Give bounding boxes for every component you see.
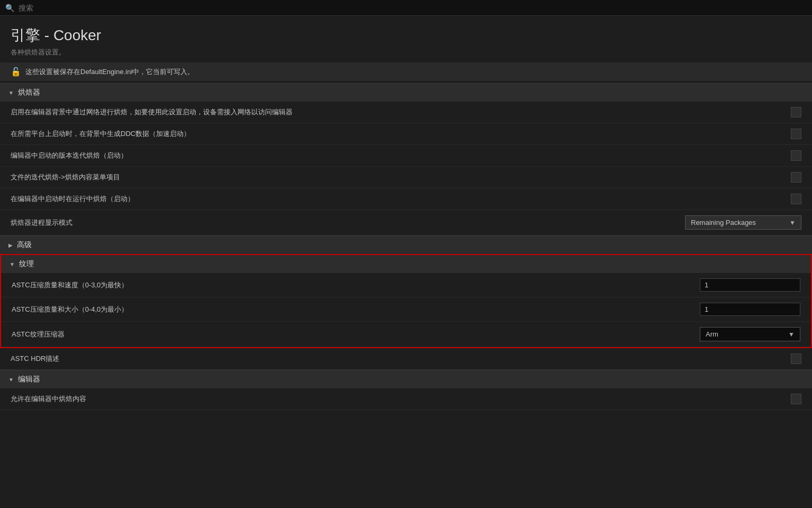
- checkbox-network-cook[interactable]: [791, 107, 801, 117]
- section-advanced: ▶ 高级: [0, 235, 812, 254]
- section-label-cooker: 烘焙器: [18, 88, 40, 97]
- input-astc-quality-speed[interactable]: [700, 278, 800, 292]
- section-header-cooker[interactable]: ▼ 烘焙器: [0, 83, 812, 102]
- page-subtitle: 各种烘焙器设置。: [0, 48, 812, 62]
- dropdown-astc-compressor-value: Arm: [706, 330, 718, 338]
- setting-ddc-background: 在所需平台上启动时，在背景中生成DDC数据（加速启动）: [0, 123, 812, 145]
- checkbox-iterative-menu[interactable]: [791, 172, 801, 183]
- search-input[interactable]: [19, 4, 807, 12]
- dropdown-display-mode-arrow: ▼: [789, 219, 796, 226]
- label-ddc-background: 在所需平台上启动时，在背景中生成DDC数据（加速启动）: [11, 129, 791, 139]
- setting-allow-cook-in-editor: 允许在编辑器中烘焙内容: [0, 388, 812, 410]
- setting-astc-quality-speed: ASTC压缩质量和速度（0-3,0为最快）: [1, 273, 811, 297]
- dropdown-display-mode[interactable]: Remaining Packages ▼: [685, 215, 801, 230]
- label-display-mode: 烘焙器进程显示模式: [11, 218, 685, 228]
- section-label-advanced: 高级: [17, 240, 32, 250]
- setting-display-mode: 烘焙器进程显示模式 Remaining Packages ▼: [0, 210, 812, 235]
- setting-astc-compressor: ASTC纹理压缩器 Arm ▼: [1, 322, 811, 347]
- search-icon: 🔍: [5, 4, 14, 12]
- page-title: 引擎 - Cooker: [0, 16, 812, 48]
- checkbox-astc-hdr[interactable]: [791, 353, 801, 364]
- label-cook-on-fly: 在编辑器中启动时在运行中烘焙（启动）: [11, 194, 791, 204]
- section-header-editor[interactable]: ▼ 编辑器: [0, 370, 812, 388]
- setting-astc-hdr: ASTC HDR描述: [0, 348, 812, 370]
- section-header-texture[interactable]: ▼ 纹理: [1, 255, 811, 273]
- checkbox-cook-on-fly[interactable]: [791, 194, 801, 204]
- label-astc-hdr: ASTC HDR描述: [11, 354, 791, 364]
- checkbox-iterative-startup[interactable]: [791, 150, 801, 161]
- label-iterative-startup: 编辑器中启动的版本迭代烘焙（启动）: [11, 151, 791, 160]
- collapse-arrow-cooker: ▼: [8, 90, 14, 96]
- section-label-texture: 纹理: [19, 259, 34, 269]
- collapse-arrow-texture: ▼: [10, 261, 15, 267]
- section-label-editor: 编辑器: [18, 375, 40, 384]
- section-cooker: ▼ 烘焙器 启用在编辑器背景中通过网络进行烘焙，如要使用此设置启动，设备需接入网…: [0, 83, 812, 235]
- setting-network-cook: 启用在编辑器背景中通过网络进行烘焙，如要使用此设置启动，设备需接入网络以访问编辑…: [0, 102, 812, 123]
- setting-iterative-menu: 文件的迭代烘焙->烘焙内容菜单项目: [0, 167, 812, 188]
- collapse-arrow-editor: ▼: [8, 377, 14, 383]
- label-astc-compressor: ASTC纹理压缩器: [12, 330, 700, 339]
- dropdown-astc-compressor-arrow: ▼: [788, 331, 795, 338]
- checkbox-ddc-background[interactable]: [791, 129, 801, 139]
- setting-astc-quality-size: ASTC压缩质量和大小（0-4,0为最小）: [1, 297, 811, 322]
- label-astc-quality-size: ASTC压缩质量和大小（0-4,0为最小）: [12, 305, 700, 314]
- lock-icon: 🔓: [11, 67, 21, 77]
- setting-cook-on-fly: 在编辑器中启动时在运行中烘焙（启动）: [0, 188, 812, 210]
- section-texture: ▼ 纹理 ASTC压缩质量和速度（0-3,0为最快） ASTC压缩质量和大小（0…: [0, 254, 812, 348]
- input-astc-quality-size[interactable]: [700, 303, 800, 316]
- section-editor: ▼ 编辑器 允许在编辑器中烘焙内容: [0, 370, 812, 410]
- label-allow-cook-in-editor: 允许在编辑器中烘焙内容: [11, 394, 791, 404]
- search-bar: 🔍: [0, 0, 812, 16]
- setting-iterative-startup: 编辑器中启动的版本迭代烘焙（启动）: [0, 145, 812, 167]
- info-text: 这些设置被保存在DefaultEngine.ini中，它当前可写入。: [25, 67, 194, 77]
- info-bar: 🔓 这些设置被保存在DefaultEngine.ini中，它当前可写入。: [0, 62, 812, 81]
- collapse-arrow-advanced: ▶: [8, 242, 13, 248]
- label-network-cook: 启用在编辑器背景中通过网络进行烘焙，如要使用此设置启动，设备需接入网络以访问编辑…: [11, 107, 791, 117]
- checkbox-allow-cook-in-editor[interactable]: [791, 394, 801, 404]
- section-header-advanced[interactable]: ▶ 高级: [0, 235, 812, 254]
- dropdown-astc-compressor[interactable]: Arm ▼: [700, 327, 800, 341]
- label-iterative-menu: 文件的迭代烘焙->烘焙内容菜单项目: [11, 173, 791, 182]
- dropdown-display-mode-value: Remaining Packages: [691, 219, 756, 226]
- label-astc-quality-speed: ASTC压缩质量和速度（0-3,0为最快）: [12, 280, 700, 290]
